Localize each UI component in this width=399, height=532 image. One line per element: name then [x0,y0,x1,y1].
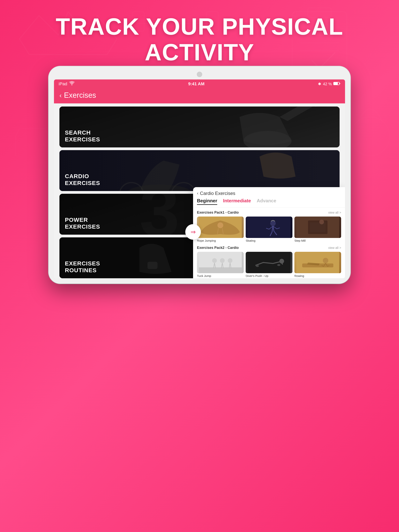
tab-intermediate[interactable]: Intermediate [223,198,251,205]
exercise-divers-push-up[interactable]: Diver's Push - Up [246,252,292,278]
bluetooth-icon: ✱ [318,82,321,86]
skating-label: Skating [246,239,292,242]
tabs-bar: Beginner Intermediate Advance [193,198,345,208]
battery-icon [333,82,340,86]
pack2-header: Exercises Pack2 - Cardio view all > [193,243,345,252]
popup-title: Cardio Exercises [200,191,235,196]
svg-point-8 [351,117,390,156]
svg-point-29 [319,220,324,224]
pack2-title: Exercises Pack2 - Cardio [197,246,239,250]
svg-rect-39 [296,252,339,273]
svg-rect-24 [248,216,290,238]
svg-rect-11 [334,82,338,85]
svg-point-38 [277,264,280,266]
search-exercises-card[interactable]: SEARCH EXERCISES [59,107,340,147]
search-exercises-label: SEARCH EXERCISES [65,129,100,143]
routines-label: EXERCISES ROUTINES [65,260,100,274]
popup-header: ‹ Cardio Exercises [193,187,345,198]
status-bar: iPad 9:41 AM ✱ 42 % [54,79,345,89]
svg-point-23 [217,222,223,228]
status-time: 9:41 AM [188,81,205,86]
exercise-rope-jumping[interactable]: Rope Jumping [197,216,244,242]
wifi-icon [69,81,75,87]
battery-percent: 42 % [323,82,332,86]
pack1-title: Exercises Pack1 - Cardio [197,210,239,215]
rowing-label: Rowing [294,274,341,278]
popup-card: ‹ Cardio Exercises Beginner Intermediate… [193,187,345,278]
power-exercises-label: POWER EXERCISES [65,216,100,230]
step-mill-label: Step Mill [294,239,341,242]
rope-jumping-label: Rope Jumping [197,239,244,242]
exercise-step-mill[interactable]: Step Mill [294,216,341,242]
svg-rect-31 [199,267,242,273]
cardio-exercises-card[interactable]: CARDIO EXERCISES [59,150,340,191]
tab-beginner[interactable]: Beginner [197,198,217,205]
popup-back-button[interactable]: ‹ [197,191,198,196]
tuck-jump-label: Tuck Jump [197,274,244,278]
svg-rect-35 [248,252,290,273]
svg-point-33 [220,258,225,263]
tablet-screen: iPad 9:41 AM ✱ 42 % [54,79,345,278]
pack2-view-all[interactable]: view all > [328,246,341,250]
svg-point-34 [228,258,232,263]
svg-point-37 [256,265,259,267]
exercise-rowing[interactable]: Rowing [294,252,341,278]
svg-rect-28 [310,222,326,232]
pack1-view-all[interactable]: view all > [328,211,341,214]
exercise-skating[interactable]: Skating [246,216,292,242]
cardio-exercises-label: CARDIO EXERCISES [65,173,100,186]
pack2-grid: Tuck Jump [193,252,345,278]
tab-advance[interactable]: Advance [257,198,276,205]
screen-content: SEARCH EXERCISES [54,103,345,278]
tablet-camera [197,72,202,77]
hero-title-line2: ACTIVITY [145,39,254,65]
svg-point-36 [279,259,284,263]
app-header: ‹ Exercises [54,89,345,103]
tablet-device: iPad 9:41 AM ✱ 42 % [49,66,350,284]
exercise-tuck-jump[interactable]: Tuck Jump [197,252,244,278]
arrow-badge: ⇒ [185,224,201,240]
svg-point-41 [323,258,328,263]
hero-section: TRACK YOUR PHYSICAL ACTIVITY [0,14,399,65]
pack1-grid: Rope Jumping [193,216,345,243]
page-title: Exercises [64,91,96,100]
divers-push-up-label: Diver's Push - Up [246,274,292,278]
svg-rect-10 [339,83,340,84]
hero-title-line1: TRACK YOUR PHYSICAL [56,13,343,39]
back-button[interactable]: ‹ [59,92,62,99]
svg-point-32 [212,258,217,263]
pack1-header: Exercises Pack1 - Cardio view all > [193,208,345,216]
device-label: iPad [59,81,67,86]
